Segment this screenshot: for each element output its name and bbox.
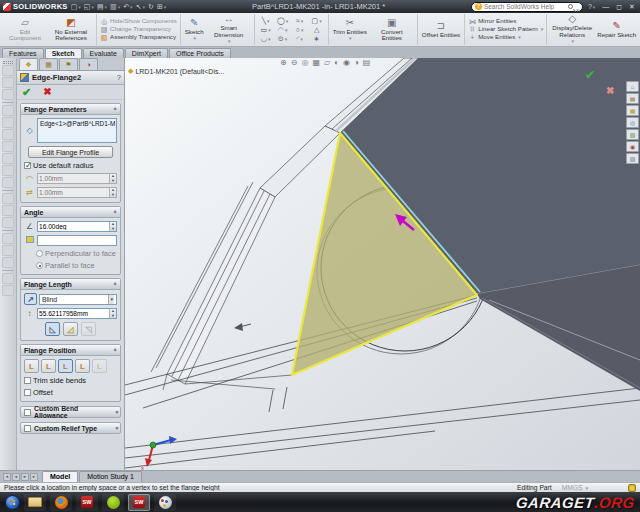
perpendicular-to-face-radio[interactable]: [36, 250, 43, 257]
solidworks-resources-tab[interactable]: ⌂: [626, 81, 639, 92]
confirmation-corner-cancel[interactable]: ✖: [606, 85, 614, 96]
confirmation-corner-ok[interactable]: ✔: [585, 68, 595, 82]
sketch-polygon-button[interactable]: △: [309, 26, 325, 34]
toolbar-button-7[interactable]: [2, 141, 14, 152]
sketch-slot-button[interactable]: ◡: [258, 35, 274, 43]
tab-scroll-next[interactable]: ▸: [21, 473, 29, 481]
tab-office-products[interactable]: Office Products: [169, 48, 231, 58]
edge-selection-list[interactable]: Edge<1>@PartB^LRD1-M: [37, 118, 117, 143]
motion-study-tab[interactable]: Motion Study 1: [79, 471, 142, 482]
search-input[interactable]: [484, 3, 566, 10]
flange-position-header[interactable]: Flange Position«: [21, 345, 120, 356]
sketch-arc-button[interactable]: ◠: [275, 26, 291, 34]
save-button[interactable]: ▤: [97, 3, 107, 10]
hide-show-items-icon[interactable]: ◉: [343, 59, 350, 67]
trim-side-bends-checkbox[interactable]: [24, 377, 31, 384]
custom-relief-type-header[interactable]: Custom Relief Type «: [20, 422, 121, 434]
reverse-direction-button[interactable]: ↗: [24, 293, 37, 305]
zoom-to-area-icon[interactable]: ⊖: [291, 59, 298, 67]
convert-entities-button[interactable]: ▣Convert Entities: [370, 17, 414, 43]
appearances-tab[interactable]: ◉: [626, 141, 639, 152]
close-button[interactable]: ✕: [627, 3, 637, 11]
print-button[interactable]: ▥: [110, 3, 120, 10]
offset-entities-button[interactable]: ⊐Offset Entities: [421, 20, 461, 40]
length-tangent-bend-button[interactable]: ◹: [81, 322, 96, 336]
mirror-entities-button[interactable]: ⋈Mirror Entities: [468, 18, 543, 25]
use-default-radius-checkbox[interactable]: [24, 162, 31, 169]
search-icon[interactable]: [568, 4, 573, 9]
graphics-viewport[interactable]: x ◆ LRD1-MK201 (Default<Dis... ⊕ ⊖ ◎ ▦ ▱…: [125, 58, 640, 470]
move-entities-button[interactable]: +Move Entities: [468, 34, 543, 41]
tab-features[interactable]: Features: [2, 48, 44, 58]
tab-scroll-prev[interactable]: ◂: [12, 473, 20, 481]
toolbar-button-5[interactable]: [2, 117, 14, 128]
rebuild-button[interactable]: ↻: [148, 3, 154, 10]
sketch-point-button[interactable]: ⊙: [275, 35, 291, 43]
tab-scroll-last[interactable]: ▸: [30, 473, 38, 481]
toolbar-button-12[interactable]: [2, 205, 14, 216]
edit-component-button[interactable]: ▱Edit Component: [3, 17, 47, 43]
new-button[interactable]: ▢: [71, 3, 81, 10]
position-material-inside-button[interactable]: L: [24, 359, 39, 373]
pm-help-icon[interactable]: ?: [117, 73, 121, 82]
configurationmanager-tab[interactable]: ▦: [39, 58, 58, 70]
change-transparency-button[interactable]: ▨Change Transparency: [100, 26, 177, 33]
display-style-icon[interactable]: ◐: [334, 59, 339, 67]
position-tangent-to-bend-button[interactable]: L: [92, 359, 107, 373]
no-external-references-button[interactable]: ◩No External References: [49, 17, 93, 43]
sketch-button[interactable]: ✎Sketch: [184, 17, 205, 43]
offset-checkbox[interactable]: [24, 389, 31, 396]
taskbar-solidworks-button[interactable]: SW: [76, 494, 98, 511]
design-library-tab[interactable]: ▤: [626, 93, 639, 104]
gap-distance-field[interactable]: ▲▼: [37, 187, 117, 198]
custom-bend-allowance-header[interactable]: Custom Bend Allowance «: [20, 406, 121, 418]
model-tab[interactable]: Model: [42, 471, 78, 482]
sketch-fillet-button[interactable]: ◜: [292, 35, 308, 43]
sketch-star-button[interactable]: ∗: [309, 35, 325, 43]
taskbar-solidworks-active-button[interactable]: SW: [128, 494, 150, 511]
gap-spinner[interactable]: ▲▼: [109, 188, 116, 197]
3d-model-canvas[interactable]: x: [125, 58, 640, 470]
taskbar-spotify-button[interactable]: [102, 494, 124, 511]
view-palette-tab[interactable]: ▧: [626, 129, 639, 140]
edit-appearance-icon[interactable]: ◑: [354, 59, 359, 67]
radius-spinner[interactable]: ▲▼: [109, 174, 116, 183]
apply-scene-icon[interactable]: ▤: [363, 59, 371, 67]
toolbar-button-6[interactable]: [2, 129, 14, 140]
undo-button[interactable]: ↶: [123, 3, 132, 10]
units-selector[interactable]: MMGS: [562, 484, 588, 491]
open-button[interactable]: ◱: [84, 3, 94, 10]
file-explorer-tab[interactable]: ▦: [626, 105, 639, 116]
options-button[interactable]: ⊞: [157, 3, 166, 10]
sketch-line-button[interactable]: ╲: [258, 17, 274, 25]
select-button[interactable]: ↖: [136, 3, 145, 10]
toolbar-button-13[interactable]: [2, 217, 14, 228]
help-search-box[interactable]: ?: [471, 2, 583, 12]
toolbar-button-11[interactable]: [2, 193, 14, 204]
doc-minimize-icon[interactable]: —: [601, 59, 608, 67]
hide-show-components-button[interactable]: ◎Hide/Show Components: [100, 18, 177, 25]
tab-evaluate[interactable]: Evaluate: [83, 48, 124, 58]
position-bend-outside-button[interactable]: L: [58, 359, 73, 373]
doc-close-icon[interactable]: ✕: [621, 59, 626, 67]
custom-bend-allowance-checkbox[interactable]: [24, 409, 31, 416]
trim-entities-button[interactable]: ✂Trim Entities: [332, 17, 368, 43]
flange-length-header[interactable]: Flange Length«: [21, 279, 120, 290]
custom-properties-tab[interactable]: ▨: [626, 153, 639, 164]
position-bend-from-virtual-sharp-button[interactable]: L: [75, 359, 90, 373]
toolbar-button-2[interactable]: [2, 77, 14, 88]
end-condition-dropdown[interactable]: Blind▾: [39, 294, 117, 305]
toolbar-grip[interactable]: [3, 61, 13, 64]
dimxpertmanager-tab[interactable]: ⚑: [59, 58, 78, 70]
toolbar-button-10[interactable]: [2, 177, 14, 188]
toolbar-button-9[interactable]: [2, 165, 14, 176]
taskbar-paint-button[interactable]: [154, 494, 176, 511]
doc-restore-icon[interactable]: ◻: [611, 59, 616, 67]
sketch-pattern-button[interactable]: ▢: [309, 17, 325, 25]
length-inner-virtual-sharp-button[interactable]: ◿: [63, 322, 78, 336]
zoom-to-fit-icon[interactable]: ⊕: [280, 59, 287, 67]
edit-flange-profile-button[interactable]: Edit Flange Profile: [28, 146, 113, 158]
length-outer-virtual-sharp-button[interactable]: ◺: [45, 322, 60, 336]
face-selection-field[interactable]: [37, 235, 117, 246]
maximize-button[interactable]: ◻: [614, 3, 624, 11]
